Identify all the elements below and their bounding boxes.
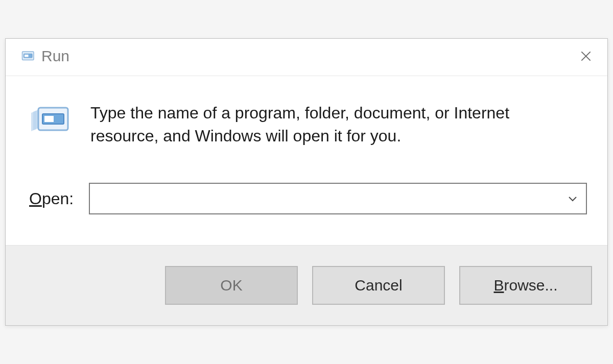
titlebar-left: Run [20, 47, 69, 65]
run-dialog: Run Type the name of a program, folder, … [5, 38, 608, 326]
titlebar: Run [6, 39, 607, 76]
open-row: Open: [29, 183, 587, 214]
close-button[interactable] [575, 45, 597, 67]
close-icon [579, 50, 593, 63]
ok-button[interactable]: OK [165, 266, 298, 305]
cancel-button[interactable]: Cancel [312, 266, 445, 305]
dialog-content: Type the name of a program, folder, docu… [6, 76, 607, 246]
svg-rect-7 [44, 116, 54, 122]
open-label: Open: [29, 189, 74, 208]
open-input[interactable] [97, 190, 567, 207]
run-icon [20, 50, 35, 63]
description-row: Type the name of a program, folder, docu… [29, 102, 587, 148]
browse-button[interactable]: Browse... [459, 266, 592, 305]
open-combobox[interactable] [89, 183, 587, 214]
dialog-footer: OK Cancel Browse... [6, 245, 607, 325]
description-text: Type the name of a program, folder, docu… [90, 102, 560, 148]
svg-rect-2 [25, 55, 29, 57]
chevron-down-icon [567, 192, 579, 205]
run-icon-large [29, 104, 72, 136]
window-title: Run [41, 47, 69, 65]
